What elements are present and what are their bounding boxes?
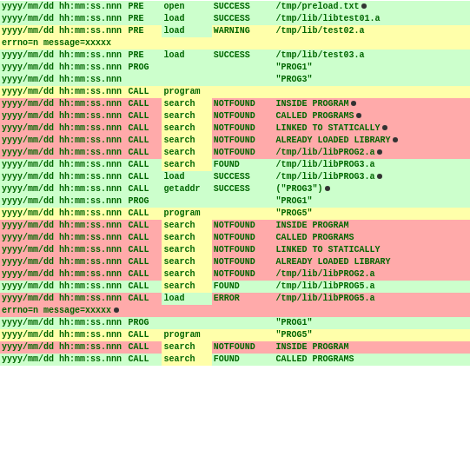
cell-status: NOTFOUND — [212, 98, 275, 110]
cell-value: /tmp/lib/libPROG2.a — [276, 148, 375, 157]
table-row: yyyy/mm/dd hh:mm:ss.nnn"PROG3" — [0, 74, 470, 86]
cell-action: program — [162, 208, 211, 220]
cell-type: CALL — [127, 208, 162, 220]
cell-status: SUCCESS — [212, 50, 275, 62]
table-row: yyyy/mm/dd hh:mm:ss.nnnCALLsearchNOTFOUN… — [0, 256, 470, 268]
cell-type — [127, 305, 162, 317]
table-row: yyyy/mm/dd hh:mm:ss.nnnCALLprogram — [0, 86, 470, 98]
cell-action — [162, 74, 211, 86]
cell-action: load — [162, 25, 211, 37]
cell-action — [162, 37, 211, 50]
cell-type: CALL — [127, 232, 162, 244]
cell-type: CALL — [127, 159, 162, 171]
cell-type: CALL — [127, 220, 162, 232]
cell-action: program — [162, 329, 211, 341]
cell-timestamp: yyyy/mm/dd hh:mm:ss.nnn — [2, 208, 122, 218]
cell-value: /tmp/lib/libPROG3.a — [276, 160, 375, 169]
table-row: yyyy/mm/dd hh:mm:ss.nnnCALLsearchNOTFOUN… — [0, 122, 470, 135]
cell-timestamp: errno=n message=xxxxx — [2, 38, 111, 48]
cell-value: LINKED TO STATICALLY — [276, 123, 381, 133]
cell-value: "PROG5" — [276, 208, 313, 218]
cell-status: FOUND — [212, 281, 275, 293]
table-row: yyyy/mm/dd hh:mm:ss.nnnCALLsearchNOTFOUN… — [0, 244, 470, 256]
dot-indicator — [377, 149, 382, 155]
table-row: errno=n message=xxxxx—14. — [0, 305, 470, 317]
cell-timestamp: yyyy/mm/dd hh:mm:ss.nnn — [2, 221, 122, 230]
cell-action: search — [162, 268, 211, 281]
cell-value: CALLED PROGRAMS — [276, 233, 354, 242]
cell-timestamp: yyyy/mm/dd hh:mm:ss.nnn — [2, 111, 122, 121]
cell-action — [162, 62, 211, 74]
table-row: yyyy/mm/dd hh:mm:ss.nnnCALLloadSUCCESS/t… — [0, 171, 470, 183]
cell-action: getaddr — [162, 183, 211, 195]
table-row: yyyy/mm/dd hh:mm:ss.nnnCALLsearchNOTFOUN… — [0, 110, 470, 122]
dot-indicator — [361, 3, 367, 9]
dot-indicator — [377, 174, 382, 179]
cell-action: search — [162, 220, 211, 232]
cell-status: SUCCESS — [212, 171, 275, 183]
cell-type: CALL — [127, 293, 162, 305]
cell-timestamp: yyyy/mm/dd hh:mm:ss.nnn — [2, 330, 122, 340]
cell-action: search — [162, 256, 211, 268]
cell-timestamp: yyyy/mm/dd hh:mm:ss.nnn — [2, 233, 122, 242]
cell-type: CALL — [127, 135, 162, 147]
cell-status: ERROR — [212, 293, 275, 305]
cell-status: NOTFOUND — [212, 110, 275, 122]
cell-status: NOTFOUND — [212, 232, 275, 244]
cell-value: "PROG1" — [276, 318, 313, 327]
table-row: yyyy/mm/dd hh:mm:ss.nnnPREloadSUCCESS/tm… — [0, 50, 470, 62]
cell-timestamp: yyyy/mm/dd hh:mm:ss.nnn — [2, 148, 122, 157]
cell-value: ALREADY LOADED LIBRARY — [276, 257, 391, 267]
cell-timestamp: yyyy/mm/dd hh:mm:ss.nnn — [2, 281, 122, 291]
cell-status: NOTFOUND — [212, 244, 275, 256]
cell-value: INSIDE PROGRAM — [276, 221, 349, 230]
cell-action: search — [162, 354, 211, 366]
cell-value: ("PROG3") — [276, 184, 323, 194]
cell-type: CALL — [127, 256, 162, 268]
table-row: yyyy/mm/dd hh:mm:ss.nnnCALLsearchNOTFOUN… — [0, 341, 470, 354]
data-table: yyyy/mm/dd hh:mm:ss.nnnPREopenSUCCESS/tm… — [0, 1, 470, 366]
cell-type: PRE — [127, 50, 162, 62]
cell-value: ALREADY LOADED LIBRARY — [276, 136, 391, 145]
cell-status: NOTFOUND — [212, 135, 275, 147]
cell-value: "PROG1" — [276, 63, 313, 72]
cell-timestamp: yyyy/mm/dd hh:mm:ss.nnn — [2, 50, 122, 60]
cell-value: CALLED PROGRAMS — [276, 354, 354, 364]
cell-status: WARNING — [212, 25, 275, 37]
cell-type: CALL — [127, 122, 162, 135]
table-row: yyyy/mm/dd hh:mm:ss.nnnCALLsearchFOUND/t… — [0, 159, 470, 171]
table-row: yyyy/mm/dd hh:mm:ss.nnnCALLprogram"PROG5… — [0, 208, 470, 220]
cell-type: CALL — [127, 183, 162, 195]
cell-timestamp: yyyy/mm/dd hh:mm:ss.nnn — [2, 245, 122, 255]
cell-action: search — [162, 122, 211, 135]
cell-status — [212, 208, 275, 220]
cell-type: PROG — [127, 317, 162, 329]
cell-status — [212, 62, 275, 74]
cell-action: search — [162, 232, 211, 244]
cell-timestamp: yyyy/mm/dd hh:mm:ss.nnn — [2, 294, 122, 303]
table-row: yyyy/mm/dd hh:mm:ss.nnnPREloadWARNING/tm… — [0, 25, 470, 37]
cell-status — [212, 195, 275, 208]
cell-value: /tmp/lib/libtest01.a — [276, 14, 381, 23]
cell-timestamp: yyyy/mm/dd hh:mm:ss.nnn — [2, 2, 122, 11]
cell-action: search — [162, 341, 211, 354]
cell-status — [212, 37, 275, 50]
cell-value: /tmp/lib/libPROG2.a — [276, 269, 375, 279]
cell-action: search — [162, 98, 211, 110]
cell-timestamp: yyyy/mm/dd hh:mm:ss.nnn — [2, 160, 122, 169]
table-row: yyyy/mm/dd hh:mm:ss.nnnCALLsearchNOTFOUN… — [0, 135, 470, 147]
table-row: yyyy/mm/dd hh:mm:ss.nnnCALLsearchNOTFOUN… — [0, 98, 470, 110]
cell-value: LINKED TO STATICALLY — [276, 245, 381, 255]
cell-value: "PROG5" — [276, 330, 313, 340]
cell-action: load — [162, 50, 211, 62]
cell-type: CALL — [127, 341, 162, 354]
cell-type — [127, 74, 162, 86]
cell-type: CALL — [127, 329, 162, 341]
cell-status: NOTFOUND — [212, 147, 275, 159]
cell-timestamp: yyyy/mm/dd hh:mm:ss.nnn — [2, 26, 122, 36]
cell-type: CALL — [127, 268, 162, 281]
cell-action — [162, 305, 211, 317]
dot-indicator — [351, 101, 356, 106]
cell-type: CALL — [127, 244, 162, 256]
cell-timestamp: yyyy/mm/dd hh:mm:ss.nnn — [2, 63, 122, 72]
